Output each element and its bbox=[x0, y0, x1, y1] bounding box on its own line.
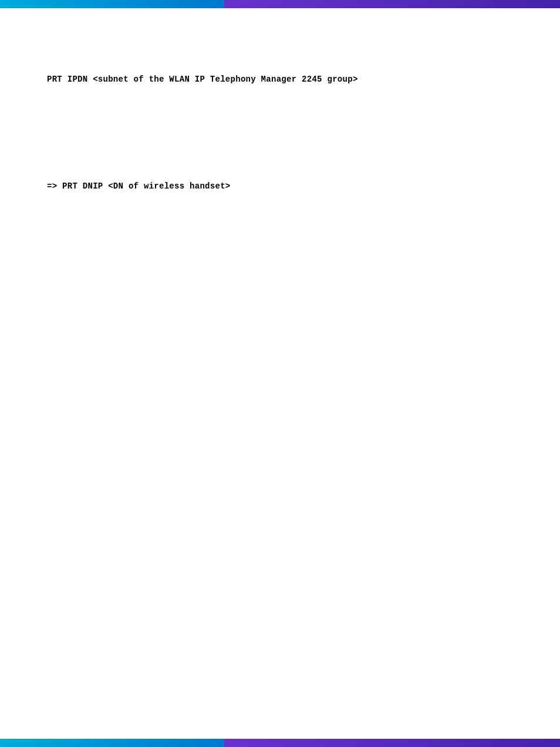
command-line-2: => PRT DNIP <DN of wireless handset> bbox=[47, 180, 513, 193]
top-bar bbox=[0, 0, 560, 8]
bottom-bar bbox=[0, 739, 560, 747]
top-bar-purple bbox=[224, 0, 560, 8]
top-bar-blue bbox=[0, 0, 224, 8]
bottom-bar-blue bbox=[0, 739, 224, 747]
main-content: PRT IPDN <subnet of the WLAN IP Telephon… bbox=[0, 8, 560, 739]
command-line-1: PRT IPDN <subnet of the WLAN IP Telephon… bbox=[47, 73, 513, 86]
bottom-bar-purple bbox=[224, 739, 560, 747]
